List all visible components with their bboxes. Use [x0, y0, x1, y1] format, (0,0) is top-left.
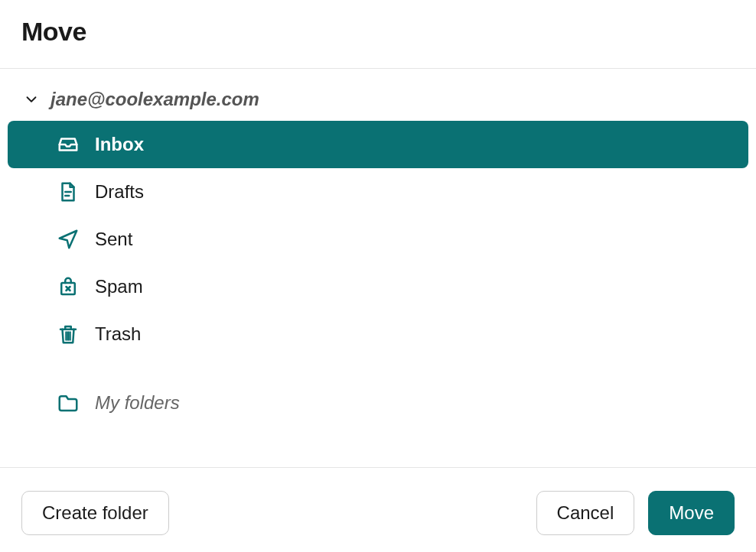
spam-icon [57, 275, 80, 298]
account-row[interactable]: jane@coolexample.com [8, 84, 748, 121]
move-button[interactable]: Move [648, 491, 735, 535]
folder-spam[interactable]: Spam [8, 263, 748, 310]
drafts-icon [57, 180, 80, 203]
folder-icon [57, 391, 80, 414]
chevron-down-icon [23, 91, 40, 108]
dialog-body: jane@coolexample.com Inbox Drafts Sent [0, 69, 756, 467]
folder-label: Trash [95, 323, 141, 345]
folder-label: Drafts [95, 181, 144, 203]
spacer [8, 358, 748, 379]
cancel-button[interactable]: Cancel [536, 491, 635, 535]
folder-list: Inbox Drafts Sent Spam [8, 121, 748, 427]
create-folder-button[interactable]: Create folder [21, 491, 169, 535]
account-email: jane@coolexample.com [51, 89, 259, 110]
my-folders-label: My folders [95, 392, 180, 414]
folder-drafts[interactable]: Drafts [8, 168, 748, 216]
footer-right: Cancel Move [536, 491, 735, 535]
folder-label: Sent [95, 229, 132, 250]
folder-sent[interactable]: Sent [8, 216, 748, 263]
move-dialog: Move jane@coolexample.com Inbox Drafts [0, 0, 756, 552]
dialog-footer: Create folder Cancel Move [0, 468, 756, 552]
my-folders[interactable]: My folders [8, 379, 748, 427]
dialog-header: Move [0, 0, 756, 68]
folder-trash[interactable]: Trash [8, 310, 748, 358]
sent-icon [57, 228, 80, 251]
trash-icon [57, 323, 80, 346]
folder-label: Spam [95, 276, 143, 297]
folder-label: Inbox [95, 134, 144, 155]
folder-inbox[interactable]: Inbox [8, 121, 748, 168]
dialog-title: Move [21, 17, 735, 47]
inbox-icon [57, 133, 80, 156]
